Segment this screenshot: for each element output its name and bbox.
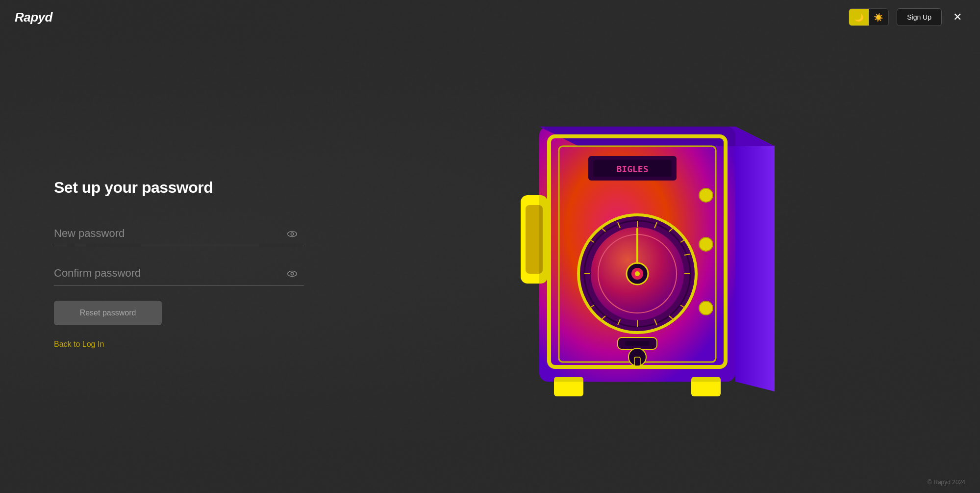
header-right: 🌙 ☀️ Sign Up ✕ bbox=[849, 8, 965, 26]
svg-marker-5 bbox=[735, 127, 775, 391]
safe-illustration: BIGLES bbox=[500, 97, 784, 431]
sun-theme-button[interactable]: ☀️ bbox=[869, 8, 888, 26]
confirm-password-toggle-icon[interactable] bbox=[285, 267, 299, 281]
close-button[interactable]: ✕ bbox=[950, 9, 965, 25]
new-password-group bbox=[54, 221, 304, 246]
new-password-toggle-icon[interactable] bbox=[285, 227, 299, 241]
back-to-login-link[interactable]: Back to Log In bbox=[54, 340, 104, 349]
main-content: Set up your password Reset bbox=[0, 34, 980, 493]
moon-icon: 🌙 bbox=[854, 13, 864, 22]
svg-rect-48 bbox=[539, 127, 735, 382]
moon-theme-button[interactable]: 🌙 bbox=[849, 8, 869, 26]
form-section: Set up your password Reset bbox=[0, 179, 304, 349]
confirm-password-group bbox=[54, 261, 304, 286]
svg-point-0 bbox=[288, 231, 297, 236]
safe-section: BIGLES bbox=[304, 97, 980, 431]
svg-point-3 bbox=[291, 272, 294, 275]
safe-svg: BIGLES bbox=[500, 97, 784, 431]
footer: © Rapyd 2024 bbox=[928, 479, 965, 486]
confirm-password-input[interactable] bbox=[54, 261, 304, 286]
copyright-text: © Rapyd 2024 bbox=[928, 479, 965, 486]
sun-icon: ☀️ bbox=[874, 13, 883, 22]
signup-button[interactable]: Sign Up bbox=[897, 8, 942, 26]
close-icon: ✕ bbox=[953, 11, 962, 24]
new-password-input[interactable] bbox=[54, 221, 304, 246]
page-title: Set up your password bbox=[54, 179, 304, 197]
header: Rapyd 🌙 ☀️ Sign Up ✕ bbox=[0, 0, 980, 34]
svg-point-1 bbox=[291, 233, 294, 235]
reset-password-button[interactable]: Reset password bbox=[54, 301, 162, 325]
logo: Rapyd bbox=[15, 10, 52, 25]
theme-toggle[interactable]: 🌙 ☀️ bbox=[849, 8, 889, 26]
svg-point-2 bbox=[288, 271, 297, 276]
